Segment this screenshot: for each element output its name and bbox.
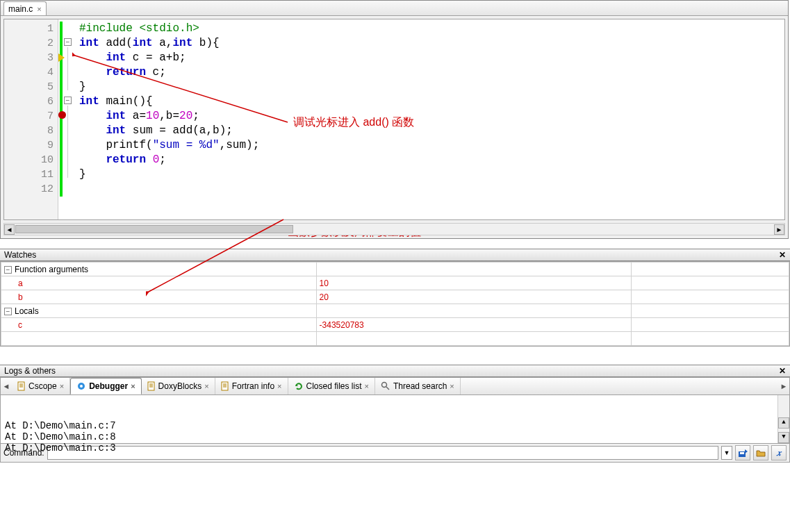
watches-group-row[interactable]: −Locals xyxy=(1,304,789,318)
editor-area[interactable]: 123456789101112 #include <stdio.h>int ad… xyxy=(3,19,785,220)
line-number[interactable]: 12 xyxy=(4,182,58,197)
logs-tab-thread-search[interactable]: Thread search× xyxy=(375,378,461,394)
debugger-log-output[interactable]: At D:\Demo\main.c:7At D:\Demo\main.c:8At… xyxy=(0,395,790,444)
code-line[interactable]: return c; xyxy=(79,65,784,80)
close-icon[interactable]: × xyxy=(365,382,369,390)
close-icon[interactable]: × xyxy=(450,382,454,390)
fold-toggle-icon[interactable]: − xyxy=(64,97,72,104)
code-line[interactable]: #include <stdio.h> xyxy=(79,22,784,36)
document-icon xyxy=(17,381,26,391)
code-line[interactable]: int add(int a,int b){ xyxy=(79,36,784,51)
search-icon xyxy=(381,381,390,391)
scrollbar-thumb[interactable] xyxy=(15,225,293,233)
logs-tab-label: Closed files list xyxy=(306,381,362,391)
code-line[interactable]: } xyxy=(79,167,784,182)
logs-title-label: Logs & others xyxy=(4,366,56,376)
scroll-up-arrow-icon[interactable]: ▲ xyxy=(778,417,789,429)
line-number[interactable]: 1 xyxy=(4,22,58,36)
line-number[interactable]: 8 xyxy=(4,124,58,138)
log-vertical-scrollbar[interactable]: ▲ ▼ xyxy=(777,395,789,443)
watches-group-label: Function arguments xyxy=(15,265,88,274)
svg-line-17 xyxy=(386,387,389,390)
close-icon[interactable]: × xyxy=(131,382,135,390)
line-number[interactable]: 10 xyxy=(4,153,58,167)
scroll-left-arrow-icon[interactable]: ◄ xyxy=(4,224,15,235)
close-icon[interactable]: × xyxy=(60,382,64,390)
logs-tab-label: Fortran info xyxy=(232,381,274,391)
logs-tabstrip: ◄ Cscope×Debugger×DoxyBlocks×Fortran inf… xyxy=(0,377,790,395)
svg-rect-2 xyxy=(18,382,24,390)
fold-toggle-icon[interactable]: − xyxy=(64,38,72,46)
close-icon[interactable]: × xyxy=(204,382,208,390)
log-line: At D:\Demo\main.c:8 xyxy=(5,431,785,442)
editor-tabbar: main.c × xyxy=(1,1,788,16)
watches-var-value: -343520783 xyxy=(316,318,632,332)
watches-var-name: b xyxy=(18,292,23,302)
collapse-icon[interactable]: − xyxy=(4,266,12,274)
logs-tab-label: Debugger xyxy=(89,381,128,391)
logs-tab-closed-files-list[interactable]: Closed files list× xyxy=(288,378,375,394)
watches-var-value: 20 xyxy=(316,290,632,304)
watches-variable-row[interactable]: a10 xyxy=(1,276,789,290)
watches-panel-title: Watches ✕ xyxy=(0,249,790,261)
editor-tab-main-c[interactable]: main.c × xyxy=(3,1,47,15)
editor-gutter[interactable]: 123456789101112 xyxy=(4,19,58,219)
watches-empty-row[interactable] xyxy=(1,332,789,346)
line-number[interactable]: 4 xyxy=(4,65,58,80)
editor-tab-label: main.c xyxy=(8,4,33,14)
watches-var-value: 10 xyxy=(316,276,632,290)
watches-group-label: Locals xyxy=(15,306,39,316)
document-icon xyxy=(221,381,229,391)
logs-tab-doxyblocks[interactable]: DoxyBlocks× xyxy=(142,378,215,394)
annotation-text: 调试光标进入 add() 函数 xyxy=(293,115,414,130)
close-icon[interactable]: × xyxy=(37,5,41,13)
logs-tab-label: Cscope xyxy=(28,381,57,391)
watches-var-name: a xyxy=(18,279,23,288)
close-icon[interactable]: ✕ xyxy=(779,250,786,260)
watches-variable-row[interactable]: b20 xyxy=(1,290,789,304)
watches-table[interactable]: −Function argumentsa10b20−Localsc-343520… xyxy=(1,262,789,346)
line-number[interactable]: 5 xyxy=(4,80,58,94)
bug-icon xyxy=(76,381,86,391)
watches-variable-row[interactable]: c-343520783 xyxy=(1,318,789,332)
scroll-down-arrow-icon[interactable]: ▼ xyxy=(778,432,789,443)
code-line[interactable]: printf("sum = %d",sum); xyxy=(79,138,784,153)
logs-panel-title: Logs & others ✕ xyxy=(0,365,790,377)
line-number[interactable]: 6 xyxy=(4,94,58,109)
watches-group-row[interactable]: −Function arguments xyxy=(1,263,789,276)
editor-horizontal-scrollbar[interactable]: ◄ ► xyxy=(3,223,785,235)
code-line[interactable]: int sum = add(a,b); xyxy=(79,124,784,138)
log-line: At D:\Demo\main.c:7 xyxy=(5,420,785,431)
current-line-arrow-icon xyxy=(58,53,65,62)
tabstrip-scroll-left-icon[interactable]: ◄ xyxy=(1,382,12,390)
close-icon[interactable]: ✕ xyxy=(779,366,786,376)
fold-line xyxy=(67,106,68,178)
line-number[interactable]: 11 xyxy=(4,167,58,182)
fold-line xyxy=(67,47,68,90)
svg-point-7 xyxy=(80,385,83,388)
code-line[interactable]: int a=10,b=20; xyxy=(79,109,784,124)
refresh-icon xyxy=(294,381,304,391)
line-number[interactable]: 9 xyxy=(4,138,58,153)
code-view[interactable]: #include <stdio.h>int add(int a,int b){ … xyxy=(58,19,784,219)
code-line[interactable]: int main(){ xyxy=(79,94,784,109)
line-number[interactable]: 7 xyxy=(4,109,58,124)
logs-tab-fortran-info[interactable]: Fortran info× xyxy=(215,378,288,394)
logs-tab-cscope[interactable]: Cscope× xyxy=(12,378,70,394)
code-line[interactable]: int c = a+b; xyxy=(79,51,784,65)
breakpoint-icon[interactable] xyxy=(58,111,66,119)
log-line: At D:\Demo\main.c:3 xyxy=(5,442,785,454)
code-line[interactable]: } xyxy=(79,80,784,94)
collapse-icon[interactable]: − xyxy=(4,308,12,315)
logs-tab-label: DoxyBlocks xyxy=(158,381,202,391)
code-line[interactable]: return 0; xyxy=(79,153,784,167)
svg-rect-8 xyxy=(148,382,154,390)
logs-tab-debugger[interactable]: Debugger× xyxy=(70,378,141,394)
logs-tab-label: Thread search xyxy=(393,381,447,391)
scroll-right-arrow-icon[interactable]: ► xyxy=(774,224,784,235)
line-number[interactable]: 3 xyxy=(4,51,58,65)
line-number[interactable]: 2 xyxy=(4,36,58,51)
watches-var-name: c xyxy=(18,320,22,330)
tabstrip-scroll-right-icon[interactable]: ► xyxy=(778,382,789,390)
close-icon[interactable]: × xyxy=(277,382,281,390)
